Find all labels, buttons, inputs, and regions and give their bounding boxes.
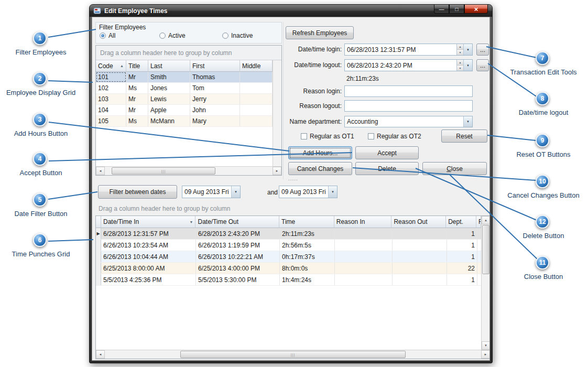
scroll-thumb[interactable]: ||| (112, 167, 215, 175)
column-header-datetime-in[interactable]: Date/Time In ▼ (101, 216, 195, 228)
date-time-login-input[interactable]: 06/28/2013 12:31:57 PM ▲ ▼ ▼ (344, 44, 473, 56)
close-button[interactable]: Close (422, 162, 487, 175)
callout-badge-5: 5 (33, 193, 47, 207)
punch-row[interactable]: ▶ 6/28/2013 12:31:57 PM 6/28/2013 2:43:2… (96, 228, 481, 240)
regular-as-ot2-checkbox[interactable]: Regular as OT2 (368, 133, 421, 140)
callout-label-cancel-changes-button: Cancel Changes Button (507, 191, 579, 199)
column-header-truncated[interactable]: F (476, 216, 481, 228)
spin-down-icon[interactable]: ▼ (457, 50, 463, 55)
scroll-left-button[interactable]: ◄ (96, 167, 105, 175)
employee-row[interactable]: 103 Mr Lewis Jerry (96, 94, 273, 105)
column-header-code[interactable]: Code ▲ (96, 60, 126, 72)
employee-row[interactable]: 101 Mr Smith Thomas (96, 72, 273, 83)
chevron-down-icon: ▼ (466, 48, 470, 51)
department-dropdown-button[interactable]: ▼ (463, 116, 472, 127)
punch-row[interactable]: 6/25/2013 8:00:00 AM 6/25/2013 4:00:00 P… (96, 263, 481, 274)
callout-line-6 (48, 240, 93, 241)
splitter-grip[interactable]: ..... (288, 176, 298, 181)
scroll-right-button[interactable]: ► (273, 167, 281, 175)
callout-badge-7: 7 (536, 51, 549, 65)
radio-inactive-label: Inactive (231, 32, 253, 39)
grip-icon: ||| (291, 353, 295, 357)
and-label: and (267, 189, 278, 196)
date-from-combo[interactable]: 09 Aug 2013 Fri ▼ (182, 186, 241, 198)
scroll-track[interactable] (482, 224, 490, 341)
scroll-left-icon: ◄ (99, 169, 102, 172)
spin-up-icon[interactable]: ▲ (457, 60, 463, 66)
department-combo[interactable]: Accounting ▼ (344, 116, 473, 127)
maximize-button[interactable]: □ (449, 5, 464, 14)
employee-grid-group-panel[interactable]: Drag a column header here to group by co… (96, 46, 281, 60)
punch-row[interactable]: 6/26/2013 10:04:44 AM 6/26/2013 10:22:21… (96, 251, 481, 263)
spin-up-icon[interactable]: ▲ (457, 44, 463, 50)
punch-grid-empty-area (96, 286, 481, 350)
login-edit-tools-button[interactable]: ... (476, 44, 489, 56)
accept-button[interactable]: Accept (355, 146, 419, 159)
radio-active-label: Active (168, 32, 186, 39)
logout-dropdown-button[interactable]: ▼ (463, 60, 472, 71)
refresh-employees-button[interactable]: Refresh Employees (286, 26, 354, 39)
column-header-last[interactable]: Last (148, 60, 190, 72)
punch-row[interactable]: 5/5/2013 4:25:36 PM 5/5/2013 5:30:00 PM … (96, 274, 481, 286)
date-time-login-label: Date/time login: (279, 46, 342, 53)
employee-grid-header: Code ▲ Title Last First Middle (96, 60, 273, 72)
ellipsis-icon: ... (480, 62, 485, 69)
employee-grid-empty-area (96, 127, 273, 166)
scroll-thumb[interactable]: ||| (180, 351, 406, 358)
scroll-thumb[interactable] (482, 225, 489, 274)
titlebar[interactable]: Edit Employee Times — □ × (90, 5, 492, 17)
radio-active[interactable]: Active (159, 32, 186, 39)
punch-grid-group-panel[interactable]: Drag a column header here to group by co… (95, 202, 490, 215)
reset-button[interactable]: Reset (441, 129, 487, 143)
callout-label-delete-button: Delete Button (523, 232, 564, 240)
callout-line-7 (486, 47, 537, 58)
filter-between-dates-button[interactable]: Filter between dates (98, 185, 177, 199)
logout-edit-tools-button[interactable]: ... (476, 59, 489, 71)
sort-ascending-icon: ▲ (118, 64, 124, 68)
radio-all[interactable]: All (100, 32, 115, 39)
callout-badge-11: 11 (536, 256, 549, 269)
radio-inactive[interactable]: Inactive (222, 32, 253, 39)
employee-row[interactable]: 105 Ms McMann Mary (96, 116, 273, 127)
column-header-reason-out[interactable]: Reason Out (391, 216, 446, 228)
close-window-button[interactable]: × (464, 5, 488, 14)
reason-login-input[interactable] (344, 85, 473, 97)
callout-label-close-button: Close Button (524, 273, 563, 280)
window-body: Filter Employees All Active Inactive Dra… (92, 17, 490, 361)
time-punches-grid: Drag a column header here to group by co… (95, 202, 490, 359)
date-from-dropdown-button[interactable]: ▼ (231, 186, 240, 198)
minimize-button[interactable]: — (434, 5, 449, 14)
scroll-up-button[interactable]: ▲ (482, 216, 490, 224)
login-dropdown-button[interactable]: ▼ (463, 44, 472, 55)
date-time-logout-input[interactable]: 06/28/2013 2:43:20 PM ▲ ▼ ▼ (344, 59, 473, 71)
column-header-middle[interactable]: Middle (240, 60, 273, 72)
cancel-changes-button[interactable]: Cancel Changes (288, 162, 352, 175)
scroll-left-icon: ◄ (99, 353, 102, 356)
column-header-title[interactable]: Title (126, 60, 148, 72)
column-header-first[interactable]: First (190, 60, 240, 72)
scroll-down-button[interactable]: ▼ (482, 341, 490, 350)
employee-row[interactable]: 104 Mr Apple John (96, 105, 273, 116)
column-header-dept[interactable]: Dept. (446, 216, 476, 228)
column-header-reason-in[interactable]: Reason In (334, 216, 392, 228)
spin-down-icon[interactable]: ▼ (457, 66, 463, 71)
scroll-left-button[interactable]: ◄ (96, 350, 105, 359)
callout-badge-2: 2 (33, 72, 47, 85)
delete-button[interactable]: Delete (355, 162, 419, 175)
add-hours-button[interactable]: Add Hours... (288, 146, 352, 159)
regular-as-ot1-checkbox[interactable]: Regular as OT1 (301, 133, 354, 140)
scroll-right-button[interactable]: ► (481, 350, 490, 359)
column-header-datetime-out[interactable]: Date/Time Out (195, 216, 279, 228)
column-header-time[interactable]: Time (279, 216, 334, 228)
reason-logout-input[interactable] (344, 100, 473, 112)
ellipsis-icon: ... (480, 46, 485, 53)
date-to-dropdown-button[interactable]: ▼ (328, 186, 337, 198)
scroll-track[interactable]: ||| (105, 167, 273, 175)
punch-row[interactable]: 6/26/2013 10:23:54 AM 6/26/2013 1:19:59 … (96, 240, 481, 251)
employee-row[interactable]: 102 Ms Jones Tom (96, 83, 273, 94)
radio-all-label: All (108, 32, 115, 39)
date-to-combo[interactable]: 09 Aug 2013 Fri ▼ (279, 186, 337, 198)
scroll-track[interactable]: ||| (105, 350, 481, 359)
login-spinner: ▲ ▼ (456, 44, 463, 55)
employee-grid-vertical-scrollbar[interactable] (273, 60, 281, 166)
